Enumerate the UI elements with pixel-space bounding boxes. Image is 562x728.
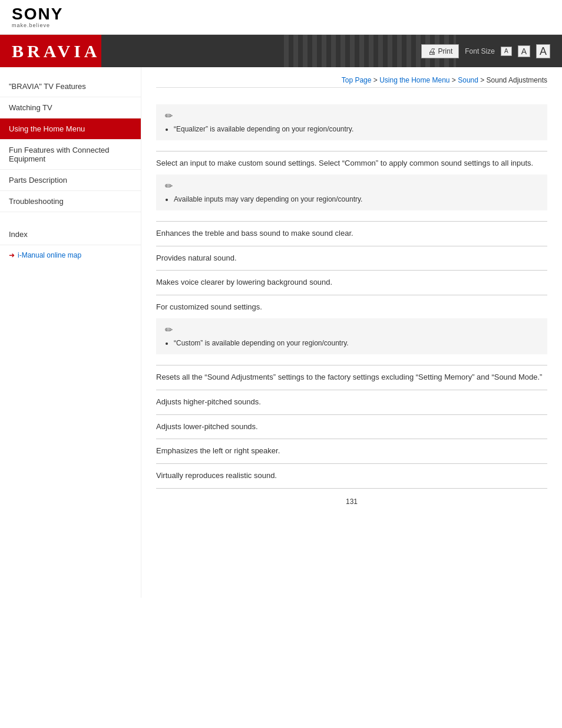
breadcrumb-top-page[interactable]: Top Page <box>342 76 372 84</box>
natural-desc: Provides natural sound. <box>156 252 547 265</box>
balance-desc: Emphasizes the left or right speaker. <box>156 445 547 457</box>
print-icon: 🖨 <box>428 47 436 56</box>
note-icon-2: ✏ <box>165 180 538 192</box>
imanual-link[interactable]: ➜ i-Manual online map <box>0 245 141 265</box>
custom-note-text: “Custom” is available depending on your … <box>165 338 538 348</box>
banner-controls: 🖨 Print Font Size A A A <box>421 44 550 58</box>
input-select-section: Select an input to make custom sound set… <box>156 151 547 222</box>
sidebar-item-troubleshooting[interactable]: Troubleshooting <box>0 191 141 212</box>
header: SONY make.believe <box>0 0 562 35</box>
voice-section: Makes voice clearer by lowering backgrou… <box>156 271 547 295</box>
treble-bass-desc: Enhances the treble and bass sound to ma… <box>156 228 547 240</box>
reset-desc: Resets all the “Sound Adjustments” setti… <box>156 371 547 384</box>
sidebar-item-parts-description[interactable]: Parts Description <box>0 170 141 191</box>
sidebar-item-bravia-features[interactable]: "BRAVIA" TV Features <box>0 76 141 97</box>
input-select-note-text: Available inputs may vary depending on y… <box>165 194 538 205</box>
natural-section: Provides natural sound. <box>156 246 547 271</box>
content-area: Top Page > Using the Home Menu > Sound >… <box>141 67 562 598</box>
treble-section: Adjusts higher-pitched sounds. <box>156 390 547 415</box>
sony-text: SONY <box>12 6 63 22</box>
font-size-label: Font Size <box>465 47 495 55</box>
sony-logo: SONY make.believe <box>12 6 550 28</box>
equalizer-section: ✏ “Equalizer” is available depending on … <box>156 94 547 151</box>
sidebar-item-home-menu[interactable]: Using the Home Menu <box>0 118 141 140</box>
font-small-button[interactable]: A <box>501 47 512 56</box>
main-layout: "BRAVIA" TV Features Watching TV Using t… <box>0 67 562 598</box>
arrow-icon: ➜ <box>9 251 15 259</box>
note-icon-3: ✏ <box>165 324 538 335</box>
sony-tagline: make.believe <box>12 22 50 28</box>
input-select-note: ✏ Available inputs may vary depending on… <box>156 174 547 210</box>
bravia-title: BRAVIA <box>12 41 100 61</box>
breadcrumb-sep1: > <box>373 76 379 84</box>
imanual-label: i-Manual online map <box>18 251 81 259</box>
sidebar-divider <box>0 212 141 221</box>
sidebar: "BRAVIA" TV Features Watching TV Using t… <box>0 67 141 598</box>
font-large-button[interactable]: A <box>536 44 550 58</box>
breadcrumb-sound[interactable]: Sound <box>458 76 478 84</box>
font-medium-button[interactable]: A <box>518 45 530 57</box>
input-select-desc: Select an input to make custom sound set… <box>156 157 547 170</box>
surround-section: Virtually reproduces realistic sound. <box>156 464 547 489</box>
treble-bass-section: Enhances the treble and bass sound to ma… <box>156 222 547 246</box>
breadcrumb-sep3: > <box>480 76 486 84</box>
reset-section: Resets all the “Sound Adjustments” setti… <box>156 365 547 390</box>
breadcrumb: Top Page > Using the Home Menu > Sound >… <box>156 73 547 88</box>
equalizer-note-text: “Equalizer” is available depending on yo… <box>165 124 538 134</box>
sidebar-item-fun-features[interactable]: Fun Features with Connected Equipment <box>0 140 141 170</box>
print-button[interactable]: 🖨 Print <box>421 44 459 58</box>
print-label: Print <box>438 47 453 55</box>
page-number: 131 <box>156 489 547 515</box>
breadcrumb-home-menu[interactable]: Using the Home Menu <box>379 76 449 84</box>
custom-note: ✏ “Custom” is available depending on you… <box>156 318 547 354</box>
surround-desc: Virtually reproduces realistic sound. <box>156 470 547 482</box>
equalizer-note: ✏ “Equalizer” is available depending on … <box>156 104 547 140</box>
custom-desc: For customized sound settings. <box>156 301 547 314</box>
voice-desc: Makes voice clearer by lowering backgrou… <box>156 276 547 289</box>
note-icon-1: ✏ <box>165 110 538 121</box>
breadcrumb-sep2: > <box>452 76 458 84</box>
treble-desc: Adjusts higher-pitched sounds. <box>156 396 547 409</box>
bravia-banner: BRAVIA 🖨 Print Font Size A A A <box>0 35 562 67</box>
sidebar-item-watching-tv[interactable]: Watching TV <box>0 97 141 118</box>
breadcrumb-current: Sound Adjustments <box>487 76 547 84</box>
sidebar-item-index[interactable]: Index <box>0 224 141 245</box>
balance-section: Emphasizes the left or right speaker. <box>156 439 547 464</box>
custom-section: For customized sound settings. ✏ “Custom… <box>156 295 547 365</box>
bass-section: Adjusts lower-pitched sounds. <box>156 415 547 440</box>
bass-desc: Adjusts lower-pitched sounds. <box>156 421 547 433</box>
